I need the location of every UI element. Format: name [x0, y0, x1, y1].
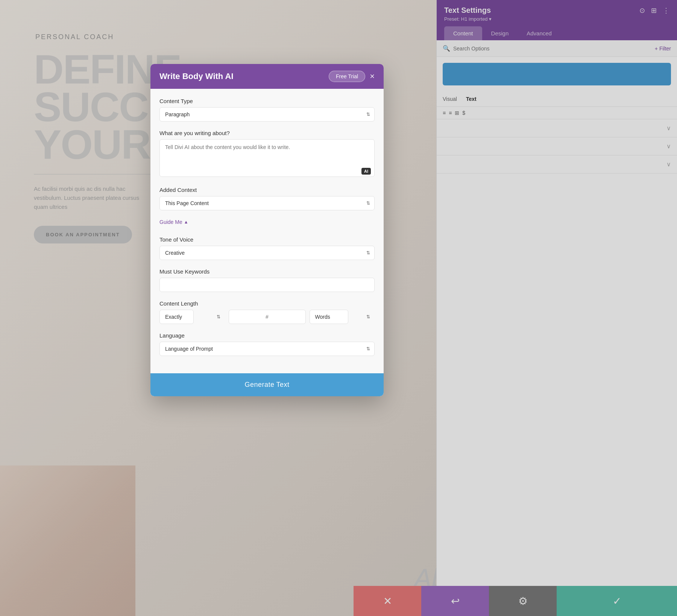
keywords-label: Must Use Keywords	[159, 268, 375, 275]
content-type-select[interactable]: Paragraph Bullet List Numbered List Head…	[159, 107, 375, 122]
words-select-wrapper: Words Sentences Paragraphs ⇅	[310, 310, 375, 324]
words-select[interactable]: Words Sentences Paragraphs	[310, 310, 348, 324]
ai-modal-header: Write Body With AI Free Trial ×	[150, 64, 384, 89]
guide-me-group: Guide Me ▲	[159, 219, 375, 228]
ai-modal-footer: Generate Text	[150, 373, 384, 396]
tone-of-voice-group: Tone of Voice Creative Professional Casu…	[159, 236, 375, 260]
free-trial-badge[interactable]: Free Trial	[329, 71, 365, 82]
keywords-group: Must Use Keywords	[159, 268, 375, 292]
language-group: Language Language of Prompt English Span…	[159, 332, 375, 356]
ai-badge: AI	[361, 168, 371, 175]
writing-about-textarea-wrapper: AI	[159, 139, 375, 178]
generate-text-button[interactable]: Generate Text	[150, 373, 384, 396]
tone-select-wrapper: Creative Professional Casual Formal Frie…	[159, 246, 375, 260]
added-context-select[interactable]: This Page Content No Context Custom Cont…	[159, 196, 375, 210]
guide-me-label: Guide Me	[159, 219, 182, 225]
content-type-select-wrapper: Paragraph Bullet List Numbered List Head…	[159, 107, 375, 122]
content-type-group: Content Type Paragraph Bullet List Numbe…	[159, 98, 375, 122]
keywords-input[interactable]	[159, 278, 375, 292]
added-context-group: Added Context This Page Content No Conte…	[159, 187, 375, 210]
tone-of-voice-label: Tone of Voice	[159, 236, 375, 243]
exactly-select-wrapper: Exactly About Minimum Maximum ⇅	[159, 310, 225, 324]
content-length-group: Content Length Exactly About Minimum Max…	[159, 300, 375, 324]
close-button[interactable]: ×	[370, 71, 375, 81]
added-context-label: Added Context	[159, 187, 375, 193]
writing-about-label: What are you writing about?	[159, 130, 375, 136]
exactly-arrow-icon: ⇅	[217, 314, 220, 319]
tone-select[interactable]: Creative Professional Casual Formal Frie…	[159, 246, 375, 260]
ai-modal: Write Body With AI Free Trial × Content …	[150, 64, 384, 396]
ai-modal-body: Content Type Paragraph Bullet List Numbe…	[150, 89, 384, 373]
writing-about-textarea[interactable]	[159, 139, 375, 177]
content-length-label: Content Length	[159, 300, 375, 307]
guide-me-link[interactable]: Guide Me ▲	[159, 219, 188, 225]
language-select-wrapper: Language of Prompt English Spanish Frenc…	[159, 342, 375, 356]
ai-modal-title: Write Body With AI	[159, 71, 234, 81]
writing-about-group: What are you writing about? AI	[159, 130, 375, 178]
words-arrow-icon: ⇅	[366, 314, 370, 319]
language-label: Language	[159, 332, 375, 339]
content-length-row: Exactly About Minimum Maximum ⇅ Words Se…	[159, 310, 375, 324]
added-context-select-wrapper: This Page Content No Context Custom Cont…	[159, 196, 375, 210]
ai-modal-right: Free Trial ×	[329, 71, 375, 82]
language-select[interactable]: Language of Prompt English Spanish Frenc…	[159, 342, 375, 356]
exactly-select[interactable]: Exactly About Minimum Maximum	[159, 310, 194, 324]
guide-me-arrow-icon: ▲	[184, 219, 188, 225]
number-input[interactable]	[229, 310, 306, 324]
content-type-label: Content Type	[159, 98, 375, 104]
